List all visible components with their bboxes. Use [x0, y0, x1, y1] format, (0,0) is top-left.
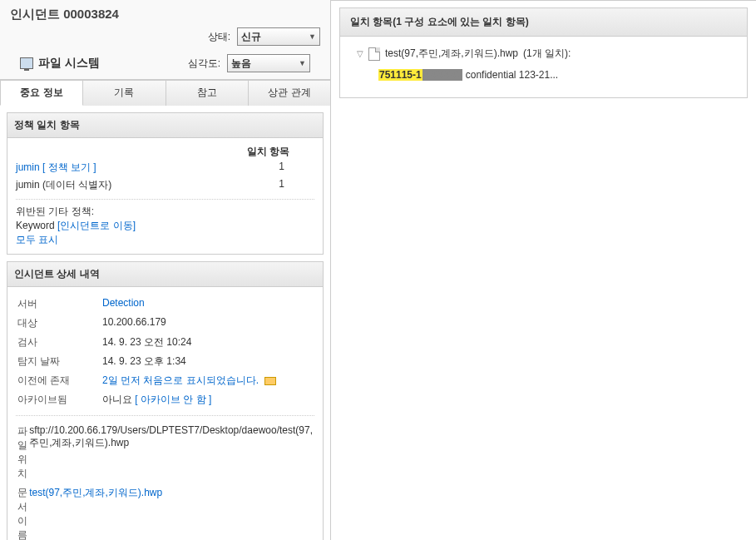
- snippet-redacted: XXXXX1: [422, 69, 463, 81]
- detail-key: 탐지 날짜: [17, 353, 101, 370]
- violated-label: 위반된 기타 정책:: [16, 205, 314, 219]
- match-file-count: (1개 일치):: [523, 47, 571, 61]
- archive-value: 아니요: [102, 394, 135, 405]
- file-icon: [368, 47, 380, 61]
- policy-name: jumin (데이터 식별자): [16, 178, 111, 192]
- policy-row: jumin (데이터 식별자) 1: [16, 176, 314, 194]
- match-items-body: ▽ test(97,주민,계좌,키워드).hwp (1개 일치): 751115…: [339, 37, 748, 98]
- status-label: 상태:: [208, 30, 230, 44]
- snippet-tail: confidential 123-21...: [462, 69, 558, 81]
- detail-key: 문서 이름: [17, 484, 27, 540]
- tab-key-info[interactable]: 중요 정보: [0, 80, 83, 106]
- detail-value: 14. 9. 23 오후 1:34: [102, 353, 313, 370]
- detail-table-1: 서버Detection 대상10.200.66.179 검사14. 9. 23 …: [16, 294, 314, 410]
- policy-row: jumin [ 정책 보기 ] 1: [16, 159, 314, 176]
- detail-key: 파일 위치: [17, 423, 27, 483]
- tab-correlation[interactable]: 상관 관계: [248, 80, 331, 106]
- chevron-down-icon: ▼: [309, 32, 316, 41]
- policy-view-link[interactable]: [ 정책 보기 ]: [42, 161, 96, 173]
- policy-count: 1: [279, 161, 314, 175]
- detail-table-2: 파일 위치sftp://10.200.66.179/Users/DLPTEST7…: [16, 421, 314, 540]
- tab-notes[interactable]: 참고: [166, 80, 249, 106]
- archive-link[interactable]: [ 아카이브 안 함 ]: [135, 394, 211, 405]
- match-snippet: 751115-1XXXXX1 confidential 123-21...: [378, 69, 730, 81]
- snippet-highlight: 751115-1: [378, 69, 422, 81]
- severity-label: 심각도:: [188, 57, 220, 71]
- match-count-header: 일치 항목: [16, 145, 314, 159]
- chevron-down-icon: ▼: [299, 59, 306, 67]
- detail-value: 14. 9. 23 오전 10:24: [102, 334, 313, 351]
- folder-icon: [264, 377, 276, 385]
- status-value: 신규: [241, 30, 261, 44]
- document-name-link[interactable]: test(97,주민,계좌,키워드).hwp: [29, 487, 162, 498]
- go-to-incident-link[interactable]: [인시던트로 이동]: [57, 220, 136, 231]
- subsystem-title: 파일 시스템: [38, 56, 100, 71]
- page-title: 인시던트 00003824: [10, 7, 119, 22]
- server-link[interactable]: Detection: [102, 297, 145, 309]
- detail-key: 서버: [17, 295, 101, 313]
- policy-match-section: 정책 일치 항목 일치 항목 jumin [ 정책 보기 ] 1 jumin (…: [7, 112, 324, 255]
- severity-dropdown[interactable]: 높음 ▼: [227, 54, 310, 72]
- detail-key: 아카이브됨: [17, 391, 101, 409]
- divider: [16, 415, 314, 416]
- monitor-icon: [20, 57, 33, 69]
- detail-key: 대상: [17, 315, 101, 332]
- match-file-name: test(97,주민,계좌,키워드).hwp: [385, 47, 518, 61]
- file-path: sftp://10.200.66.179/Users/DLPTEST7/Desk…: [29, 423, 313, 483]
- detail-value: 10.200.66.179: [102, 315, 313, 332]
- violated-keyword: Keyword: [16, 220, 55, 231]
- show-all-link[interactable]: 모두 표시: [16, 233, 314, 247]
- policy-section-header: 정책 일치 항목: [7, 113, 323, 138]
- status-dropdown[interactable]: 신규 ▼: [237, 27, 320, 46]
- detail-key: 이전에 존재: [17, 372, 101, 389]
- collapse-toggle-icon[interactable]: ▽: [357, 49, 363, 58]
- severity-value: 높음: [231, 57, 251, 71]
- match-items-header: 일치 항목(1 구성 요소에 있는 일치 항목): [339, 7, 748, 37]
- previously-seen-link[interactable]: 2일 먼저 처음으로 표시되었습니다.: [102, 374, 259, 386]
- incident-detail-section: 인시던트 상세 내역 서버Detection 대상10.200.66.179 검…: [7, 261, 324, 540]
- policy-name-link[interactable]: jumin: [16, 161, 40, 173]
- tab-bar: 중요 정보 기록 참고 상관 관계: [0, 79, 330, 106]
- policy-count: 1: [279, 178, 314, 192]
- detail-key: 검사: [17, 334, 101, 351]
- detail-section-header: 인시던트 상세 내역: [7, 262, 323, 287]
- tab-history[interactable]: 기록: [82, 80, 166, 106]
